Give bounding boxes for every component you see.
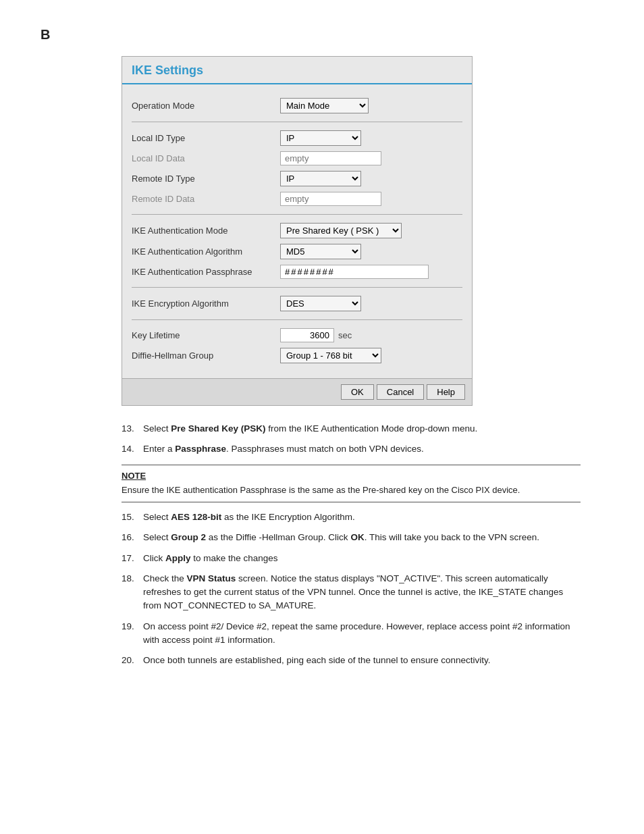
instruction-13: 13. Select Pre Shared Key (PSK) from the… xyxy=(122,422,581,436)
instruction-19: 19. On access point #2/ Device #2, repea… xyxy=(122,620,581,648)
auth-mode-select[interactable]: Pre Shared Key ( PSK ) Certificate xyxy=(280,223,402,238)
instruction-15: 15. Select AES 128-bit as the IKE Encryp… xyxy=(122,511,581,524)
instruction-14-num: 14. xyxy=(122,442,143,456)
local-id-type-label: Local ID Type xyxy=(132,133,280,143)
section-authentication: IKE Authentication Mode Pre Shared Key (… xyxy=(132,215,462,288)
remote-id-type-control: IP FQDN xyxy=(280,171,361,186)
instruction-14: 14. Enter a Passphrase. Passphrases must… xyxy=(122,442,581,456)
note-text: Ensure the IKE authentication Passphrase… xyxy=(122,484,581,497)
instruction-15-num: 15. xyxy=(122,511,143,524)
instruction-18-text: Check the VPN Status screen. Notice the … xyxy=(143,572,581,613)
row-enc-algo: IKE Encryption Algorithm DES 3DES AES 12… xyxy=(132,293,462,314)
instructions-container: 13. Select Pre Shared Key (PSK) from the… xyxy=(122,422,581,667)
instruction-15-text: Select AES 128-bit as the IKE Encryption… xyxy=(143,511,355,524)
section-key-dh: Key Lifetime sec Diffie-Hellman Group Gr… xyxy=(132,320,462,371)
instruction-16-bold1: Group 2 xyxy=(171,532,206,542)
ike-settings-panel: IKE Settings Operation Mode Main Mode Ag… xyxy=(122,56,473,406)
instruction-17-bold: Apply xyxy=(165,553,191,563)
enc-algo-select[interactable]: DES 3DES AES 128-bit AES 256-bit xyxy=(280,296,361,311)
row-auth-mode: IKE Authentication Mode Pre Shared Key (… xyxy=(132,220,462,241)
local-id-data-control xyxy=(280,151,381,165)
ike-panel-body: Operation Mode Main Mode Aggressive Mode… xyxy=(122,84,472,378)
auth-algo-select[interactable]: MD5 SHA1 xyxy=(280,244,361,259)
key-lifetime-input[interactable] xyxy=(280,328,334,342)
row-dh-group: Diffie-Hellman Group Group 1 - 768 bit G… xyxy=(132,345,462,366)
dh-group-select[interactable]: Group 1 - 768 bit Group 2 - 1024 bit Gro… xyxy=(280,348,381,363)
ok-button[interactable]: OK xyxy=(341,384,374,400)
key-lifetime-label: Key Lifetime xyxy=(132,330,280,340)
instruction-14-bold: Passphrase xyxy=(175,444,226,454)
instruction-13-bold: Pre Shared Key (PSK) xyxy=(171,423,265,434)
row-remote-id-type: Remote ID Type IP FQDN xyxy=(132,168,462,189)
instruction-17-num: 17. xyxy=(122,552,143,565)
instruction-13-text: Select Pre Shared Key (PSK) from the IKE… xyxy=(143,422,477,436)
ike-panel-footer: OK Cancel Help xyxy=(122,378,472,405)
instruction-17-text: Click Apply to make the changes xyxy=(143,552,278,565)
row-remote-id-data: Remote ID Data xyxy=(132,189,462,209)
local-id-type-control: IP FQDN xyxy=(280,130,361,146)
local-id-type-select[interactable]: IP FQDN xyxy=(280,130,361,146)
row-auth-algo: IKE Authentication Algorithm MD5 SHA1 xyxy=(132,241,462,262)
help-button[interactable]: Help xyxy=(427,384,465,400)
row-local-id-type: Local ID Type IP FQDN xyxy=(132,128,462,149)
local-id-data-label: Local ID Data xyxy=(132,153,280,163)
operation-mode-label: Operation Mode xyxy=(132,101,280,111)
auth-passphrase-input[interactable] xyxy=(280,265,429,279)
operation-mode-select[interactable]: Main Mode Aggressive Mode xyxy=(280,98,369,113)
cancel-button[interactable]: Cancel xyxy=(377,384,424,400)
section-operation-mode: Operation Mode Main Mode Aggressive Mode xyxy=(132,90,462,122)
enc-algo-control: DES 3DES AES 128-bit AES 256-bit xyxy=(280,296,361,311)
local-id-data-input[interactable] xyxy=(280,151,381,165)
remote-id-data-input[interactable] xyxy=(280,192,381,206)
instruction-19-text: On access point #2/ Device #2, repeat th… xyxy=(143,620,581,648)
remote-id-type-label: Remote ID Type xyxy=(132,174,280,184)
instruction-20-text: Once both tunnels are established, ping … xyxy=(143,654,491,667)
instruction-16-num: 16. xyxy=(122,531,143,544)
operation-mode-control: Main Mode Aggressive Mode xyxy=(280,98,369,113)
instruction-18-bold: VPN Status xyxy=(187,573,236,583)
auth-algo-label: IKE Authentication Algorithm xyxy=(132,246,280,257)
note-box: NOTE Ensure the IKE authentication Passp… xyxy=(122,465,581,503)
ike-panel-title: IKE Settings xyxy=(122,57,472,84)
instruction-16-text: Select Group 2 as the Diffie -Hellman Gr… xyxy=(143,531,539,544)
dh-group-label: Diffie-Hellman Group xyxy=(132,350,280,361)
remote-id-type-select[interactable]: IP FQDN xyxy=(280,171,361,186)
page-letter: B xyxy=(41,27,603,43)
row-auth-passphrase: IKE Authentication Passphrase xyxy=(132,262,462,282)
instruction-15-bold: AES 128-bit xyxy=(171,512,221,522)
instruction-18: 18. Check the VPN Status screen. Notice … xyxy=(122,572,581,613)
instruction-14-text: Enter a Passphrase. Passphrases must mat… xyxy=(143,442,424,456)
remote-id-data-control xyxy=(280,192,381,206)
instruction-13-num: 13. xyxy=(122,422,143,436)
row-key-lifetime: Key Lifetime sec xyxy=(132,325,462,345)
instruction-16-bold2: OK xyxy=(350,532,364,542)
row-operation-mode: Operation Mode Main Mode Aggressive Mode xyxy=(132,95,462,116)
instruction-19-num: 19. xyxy=(122,620,143,648)
auth-passphrase-label: IKE Authentication Passphrase xyxy=(132,267,280,277)
auth-mode-label: IKE Authentication Mode xyxy=(132,226,280,236)
instruction-16: 16. Select Group 2 as the Diffie -Hellma… xyxy=(122,531,581,544)
instruction-18-num: 18. xyxy=(122,572,143,613)
auth-passphrase-control xyxy=(280,265,429,279)
key-lifetime-unit: sec xyxy=(338,330,352,340)
key-lifetime-control: sec xyxy=(280,328,352,342)
row-local-id-data: Local ID Data xyxy=(132,149,462,168)
auth-algo-control: MD5 SHA1 xyxy=(280,244,361,259)
remote-id-data-label: Remote ID Data xyxy=(132,194,280,204)
dh-group-control: Group 1 - 768 bit Group 2 - 1024 bit Gro… xyxy=(280,348,381,363)
note-title: NOTE xyxy=(122,471,581,481)
enc-algo-label: IKE Encryption Algorithm xyxy=(132,298,280,309)
instruction-20-num: 20. xyxy=(122,654,143,667)
instruction-20: 20. Once both tunnels are established, p… xyxy=(122,654,581,667)
instruction-17: 17. Click Apply to make the changes xyxy=(122,552,581,565)
auth-mode-control: Pre Shared Key ( PSK ) Certificate xyxy=(280,223,402,238)
section-encryption: IKE Encryption Algorithm DES 3DES AES 12… xyxy=(132,288,462,320)
section-id: Local ID Type IP FQDN Local ID Data Remo… xyxy=(132,122,462,215)
